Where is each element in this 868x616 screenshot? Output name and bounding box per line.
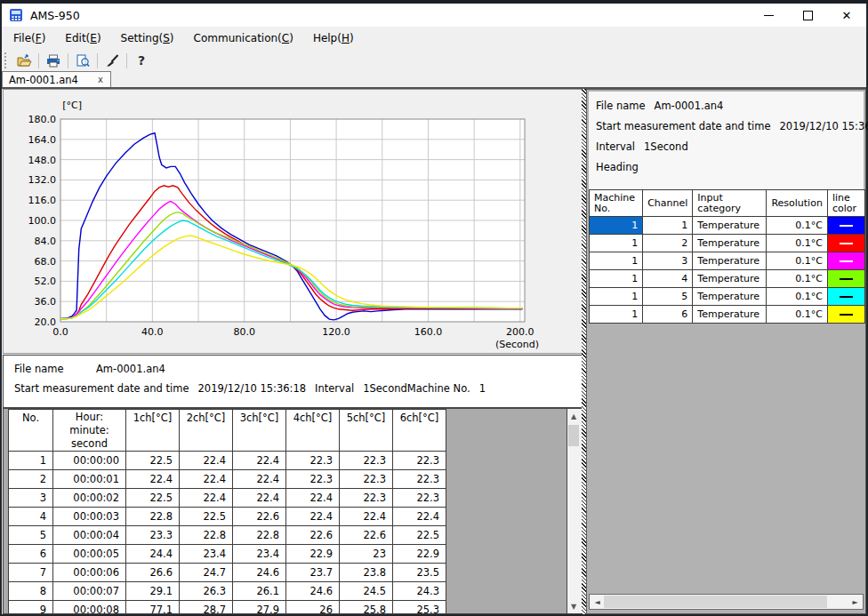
row-value[interactable]: 23.7 [286, 564, 340, 582]
row-time[interactable]: 00:00:03 [53, 508, 126, 526]
resolution-cell[interactable]: 0.1°C [767, 252, 827, 270]
channel-cell[interactable]: 4 [643, 270, 693, 288]
line-color-cell[interactable] [827, 235, 864, 252]
scroll-right-button[interactable]: ► [848, 595, 862, 609]
row-value[interactable]: 25.3 [393, 601, 446, 615]
resolution-cell[interactable]: 0.1°C [767, 217, 827, 235]
row-value[interactable]: 26.3 [180, 582, 233, 601]
toolbar-gripper[interactable] [4, 52, 9, 68]
row-value[interactable]: 22.4 [180, 489, 233, 508]
row-value[interactable]: 22.3 [393, 489, 446, 508]
open-file-button[interactable] [12, 51, 36, 70]
print-preview-button[interactable] [71, 51, 94, 70]
horizontal-scrollbar[interactable]: ◄ ► [589, 594, 864, 610]
row-value[interactable]: 22.4 [180, 452, 233, 470]
row-value[interactable]: 22.5 [126, 489, 180, 508]
row-value[interactable]: 23 [340, 545, 393, 564]
row-no[interactable]: 4 [9, 508, 53, 526]
channel-cell[interactable]: 6 [643, 306, 693, 324]
machine-no-cell[interactable]: 1 [590, 288, 643, 306]
row-value[interactable]: 24.7 [180, 564, 233, 582]
row-value[interactable]: 28.7 [180, 601, 233, 615]
row-value[interactable]: 24.6 [233, 564, 286, 582]
row-value[interactable]: 26 [286, 601, 340, 615]
row-value[interactable]: 29.1 [126, 582, 180, 601]
row-value[interactable]: 22.9 [393, 545, 446, 564]
scroll-up-button[interactable]: ▲ [567, 409, 580, 423]
machine-no-cell[interactable]: 1 [590, 270, 643, 288]
resolution-cell[interactable]: 0.1°C [767, 235, 827, 252]
row-value[interactable]: 24.5 [340, 582, 393, 601]
h-scroll-thumb[interactable] [604, 596, 827, 608]
row-value[interactable]: 26.6 [126, 564, 180, 582]
row-value[interactable]: 22.9 [286, 545, 340, 564]
scroll-down-button[interactable]: ▼ [567, 599, 580, 613]
row-value[interactable]: 22.8 [180, 526, 233, 545]
row-value[interactable]: 22.3 [340, 489, 393, 508]
row-value[interactable]: 22.4 [233, 470, 286, 489]
row-value[interactable]: 22.6 [233, 508, 286, 526]
line-style-button[interactable] [100, 51, 124, 70]
input-category-cell[interactable]: Temperature [693, 270, 767, 288]
row-value[interactable]: 22.4 [393, 508, 446, 526]
channel-cell[interactable]: 1 [643, 217, 693, 235]
menu-item-file[interactable]: File(F) [5, 28, 53, 48]
row-value[interactable]: 23.4 [233, 545, 286, 564]
row-value[interactable]: 22.8 [233, 526, 286, 545]
row-value[interactable]: 22.6 [286, 526, 340, 545]
row-value[interactable]: 23.8 [340, 564, 393, 582]
row-value[interactable]: 24.3 [393, 582, 446, 601]
row-no[interactable]: 5 [9, 526, 53, 545]
row-value[interactable]: 22.4 [126, 470, 180, 489]
row-value[interactable]: 22.6 [340, 526, 393, 545]
row-no[interactable]: 9 [9, 601, 53, 615]
row-no[interactable]: 7 [9, 564, 53, 582]
row-time[interactable]: 00:00:02 [53, 489, 126, 508]
row-value[interactable]: 23.3 [126, 526, 180, 545]
row-time[interactable]: 00:00:08 [53, 601, 126, 615]
machine-no-cell[interactable]: 1 [590, 306, 643, 324]
row-value[interactable]: 23.4 [180, 545, 233, 564]
resolution-cell[interactable]: 0.1°C [767, 288, 827, 306]
line-color-cell[interactable] [827, 252, 864, 270]
row-time[interactable]: 00:00:06 [53, 564, 126, 582]
row-value[interactable]: 22.4 [286, 508, 340, 526]
row-value[interactable]: 22.5 [126, 452, 180, 470]
row-value[interactable]: 24.4 [126, 545, 180, 564]
resolution-cell[interactable]: 0.1°C [767, 270, 827, 288]
row-value[interactable]: 24.6 [286, 582, 340, 601]
minimize-button[interactable] [749, 4, 788, 27]
scroll-left-button[interactable]: ◄ [591, 595, 604, 609]
print-button[interactable] [42, 51, 65, 70]
row-value[interactable]: 22.3 [286, 470, 340, 489]
input-category-cell[interactable]: Temperature [693, 288, 767, 306]
row-no[interactable]: 2 [9, 470, 53, 489]
row-value[interactable]: 22.3 [340, 452, 393, 470]
row-value[interactable]: 22.4 [233, 489, 286, 508]
row-value[interactable]: 25.8 [340, 601, 393, 615]
tab-close-icon[interactable]: x [98, 75, 103, 84]
row-time[interactable]: 00:00:05 [53, 545, 126, 564]
row-time[interactable]: 00:00:04 [53, 526, 126, 545]
close-button[interactable]: ✕ [827, 4, 866, 27]
scroll-thumb[interactable] [568, 425, 579, 446]
row-value[interactable]: 22.4 [286, 489, 340, 508]
menu-item-edit[interactable]: Edit(E) [57, 28, 108, 48]
row-value[interactable]: 22.4 [180, 470, 233, 489]
menu-item-help[interactable]: Help(H) [305, 28, 362, 48]
row-value[interactable]: 22.8 [126, 508, 180, 526]
input-category-cell[interactable]: Temperature [693, 306, 767, 324]
machine-no-cell[interactable]: 1 [590, 252, 643, 270]
row-value[interactable]: 22.3 [286, 452, 340, 470]
row-value[interactable]: 27.9 [233, 601, 286, 615]
channel-cell[interactable]: 5 [643, 288, 693, 306]
vertical-scrollbar[interactable]: ▲ ▼ [567, 408, 583, 614]
row-value[interactable]: 22.4 [233, 452, 286, 470]
row-value[interactable]: 22.5 [180, 508, 233, 526]
row-value[interactable]: 22.4 [340, 508, 393, 526]
menu-item-setting[interactable]: Setting(S) [113, 28, 182, 48]
row-value[interactable]: 22.3 [393, 452, 446, 470]
input-category-cell[interactable]: Temperature [693, 252, 767, 270]
help-button[interactable]: ? [130, 51, 153, 70]
row-no[interactable]: 6 [9, 545, 53, 564]
